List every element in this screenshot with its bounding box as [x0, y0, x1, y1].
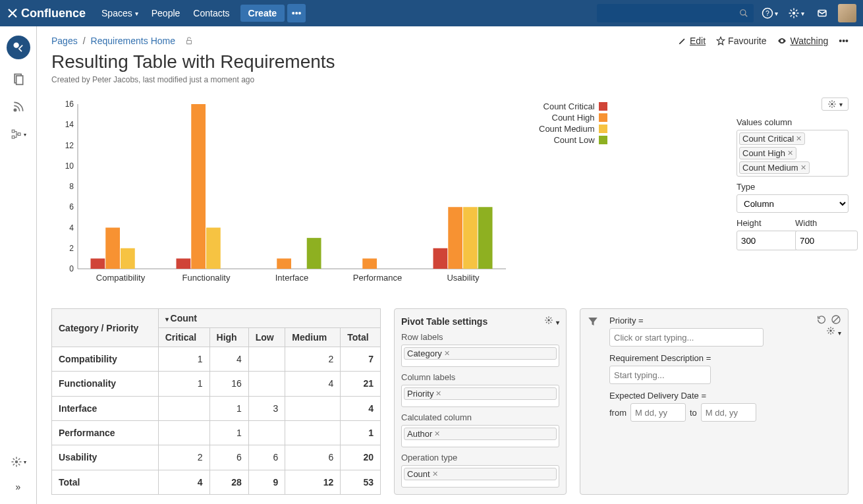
filter-panel: ▾ Priority = Requirement Description = E… — [580, 308, 849, 495]
value-tag[interactable]: Count Critical ✕ — [739, 132, 805, 145]
svg-rect-8 — [18, 45, 22, 49]
svg-rect-37 — [307, 238, 321, 269]
svg-text:Interface: Interface — [275, 273, 309, 283]
remove-tag-icon[interactable]: ✕ — [444, 349, 450, 358]
col-labels-input[interactable]: Priority✕ — [401, 385, 559, 407]
remove-tag-icon[interactable]: ✕ — [432, 470, 438, 478]
edit-button[interactable]: Edit — [678, 36, 706, 46]
tree-icon[interactable]: ▾ — [11, 126, 26, 142]
cancel-filter-icon[interactable] — [831, 314, 841, 327]
row-labels-lbl: Row labels — [401, 332, 559, 342]
pivot-settings-gear[interactable]: ▾ — [544, 316, 559, 327]
nav-more-button[interactable]: ••• — [287, 4, 306, 22]
values-column-label: Values column — [737, 117, 849, 127]
user-avatar[interactable] — [838, 4, 856, 22]
top-nav: Confluence Spaces People Contacts Create… — [0, 0, 863, 26]
svg-text:6: 6 — [69, 202, 74, 211]
pages-icon[interactable] — [11, 71, 26, 87]
svg-rect-43 — [463, 207, 478, 269]
svg-rect-33 — [191, 104, 206, 269]
svg-point-15 — [14, 461, 18, 464]
create-button[interactable]: Create — [240, 5, 285, 22]
svg-text:?: ? — [766, 9, 769, 17]
svg-text:0: 0 — [69, 264, 74, 273]
favourite-button[interactable]: Favourite — [716, 36, 766, 46]
svg-rect-28 — [91, 258, 105, 269]
calc-col-input[interactable]: Author✕ — [401, 425, 559, 447]
collapse-sidebar-icon[interactable]: » — [11, 479, 26, 495]
notifications-icon[interactable] — [812, 3, 833, 24]
remove-tag-icon[interactable]: ✕ — [434, 430, 440, 438]
legend-item[interactable]: Count Low — [539, 135, 607, 145]
chart-settings-button[interactable]: ▾ — [821, 98, 849, 111]
watching-button[interactable]: Watching — [777, 36, 828, 46]
svg-rect-7 — [18, 48, 22, 52]
svg-rect-10 — [16, 76, 22, 84]
chart-legend: Count CriticalCount HighCount MediumCoun… — [539, 101, 607, 146]
left-sidebar: ▾ ▾ » — [0, 26, 37, 504]
feed-icon[interactable] — [11, 99, 26, 115]
value-tag[interactable]: Count Medium ✕ — [739, 161, 810, 174]
filter-icon — [587, 316, 599, 327]
priority-filter-input[interactable] — [609, 328, 764, 347]
from-label: from — [609, 408, 626, 418]
svg-text:14: 14 — [65, 120, 74, 129]
svg-rect-14 — [18, 133, 20, 136]
values-column-tags[interactable]: Count Critical ✕Count High ✕Count Medium… — [737, 130, 849, 177]
nav-people[interactable]: People — [145, 0, 187, 26]
height-input[interactable] — [737, 231, 799, 250]
chart-type-select[interactable]: Column — [737, 194, 849, 213]
space-logo[interactable] — [7, 36, 30, 59]
legend-item[interactable]: Count Medium — [539, 124, 607, 134]
svg-point-46 — [831, 103, 833, 105]
breadcrumb-pages[interactable]: Pages — [51, 36, 78, 46]
search-wrap — [597, 4, 754, 22]
remove-tag-icon[interactable]: ✕ — [435, 389, 441, 398]
svg-point-4 — [792, 12, 795, 15]
desc-filter-label: Requirement Description = — [609, 353, 841, 363]
value-tag[interactable]: Count High ✕ — [739, 147, 796, 159]
search-icon[interactable] — [739, 9, 748, 18]
rail-settings-icon[interactable]: ▾ — [11, 454, 26, 470]
svg-point-47 — [547, 319, 550, 322]
remove-tag-icon[interactable]: ✕ — [800, 163, 806, 172]
unrestricted-icon — [184, 36, 194, 45]
desc-filter-input[interactable] — [609, 366, 711, 384]
op-type-input[interactable]: Count✕ — [401, 465, 559, 488]
remove-tag-icon[interactable]: ✕ — [796, 134, 802, 143]
legend-item[interactable]: Count Critical — [539, 101, 607, 111]
reset-filter-icon[interactable] — [816, 314, 827, 327]
calc-col-lbl: Calculated column — [401, 412, 559, 422]
to-date-input[interactable] — [701, 403, 756, 422]
svg-rect-29 — [105, 228, 120, 269]
from-date-input[interactable] — [630, 403, 686, 422]
to-label: to — [690, 408, 697, 418]
legend-item[interactable]: Count High — [539, 113, 607, 123]
type-label: Type — [737, 182, 849, 192]
svg-rect-41 — [433, 248, 448, 269]
help-icon[interactable]: ? ▾ — [759, 3, 780, 24]
col-labels-lbl: Column labels — [401, 372, 559, 382]
settings-icon[interactable]: ▾ — [785, 3, 806, 24]
remove-tag-icon[interactable]: ✕ — [787, 149, 793, 157]
search-input[interactable] — [597, 4, 754, 22]
page-more-button[interactable]: ••• — [839, 36, 849, 46]
filter-gear-icon[interactable]: ▾ — [826, 326, 841, 337]
svg-text:4: 4 — [69, 223, 74, 233]
table-row: Functionality116421 — [52, 372, 381, 396]
svg-rect-32 — [177, 258, 191, 269]
svg-rect-42 — [448, 207, 462, 269]
app-logo[interactable]: Confluence — [7, 7, 86, 20]
width-input[interactable] — [795, 231, 858, 250]
svg-text:8: 8 — [69, 182, 74, 191]
svg-point-50 — [829, 329, 832, 332]
svg-text:Usability: Usability — [447, 273, 480, 283]
nav-contacts[interactable]: Contacts — [186, 0, 236, 26]
row-labels-input[interactable]: Category✕ — [401, 345, 559, 367]
nav-spaces[interactable]: Spaces — [95, 0, 145, 26]
breadcrumb-home[interactable]: Requirements Home — [91, 36, 175, 46]
svg-rect-30 — [121, 248, 135, 269]
table-total-row: Total42891253 — [52, 470, 381, 494]
pivot-settings-title: Pivot Table settings — [401, 316, 487, 327]
priority-filter-label: Priority = — [609, 316, 841, 325]
